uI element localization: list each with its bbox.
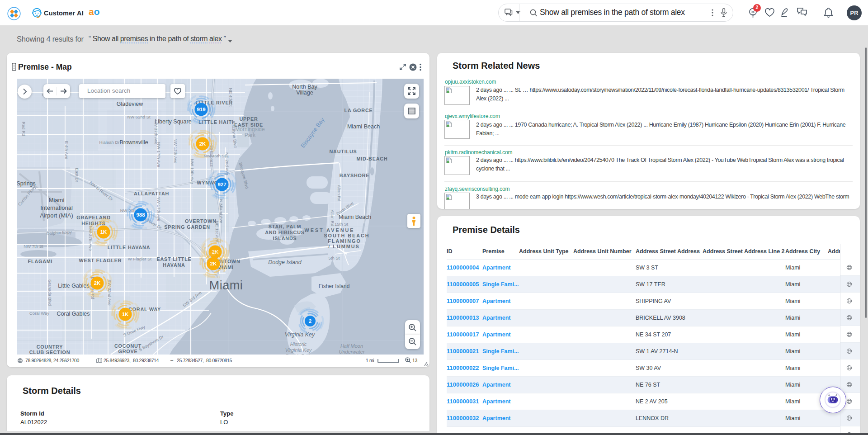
svg-text:NW 7th St: NW 7th St	[24, 244, 43, 249]
svg-text:E 4th Ave: E 4th Ave	[64, 141, 69, 160]
svg-text:HAVANA: HAVANA	[163, 262, 185, 268]
svg-text:Liberty Square: Liberty Square	[155, 118, 191, 125]
svg-text:Granada Blvd: Granada Blvd	[47, 279, 52, 306]
svg-text:Miami: Miami	[49, 197, 65, 203]
svg-text:2: 2	[309, 318, 311, 324]
svg-text:FLAGAMI: FLAGAMI	[28, 259, 53, 264]
svg-text:927: 927	[217, 182, 226, 187]
svg-text:Coral Way: Coral Way	[29, 311, 49, 316]
svg-text:Park: Park	[245, 132, 256, 138]
svg-text:Underwater: Underwater	[339, 349, 365, 355]
svg-text:AND HIBISCUS: AND HIBISCUS	[265, 230, 305, 235]
svg-text:Coral Gables: Coral Gables	[57, 311, 90, 317]
svg-text:SPRING GARDEN: SPRING GARDEN	[164, 224, 210, 230]
svg-text:OVERTOWN: OVERTOWN	[185, 218, 217, 224]
svg-text:W Flagler St: W Flagler St	[128, 256, 152, 261]
svg-text:Hialeah Dr: Hialeah Dr	[99, 140, 120, 145]
svg-text:LA GORCE: LA GORCE	[344, 108, 373, 113]
svg-text:MID-BEACH: MID-BEACH	[357, 156, 388, 161]
svg-text:Miami: Miami	[209, 279, 243, 292]
svg-text:ALLAPATTAH: ALLAPATTAH	[134, 191, 169, 196]
svg-text:Brownsville: Brownsville	[119, 139, 148, 146]
svg-text:EAST LITTLE: EAST LITTLE	[156, 256, 191, 262]
svg-text:NW 17th Ave: NW 17th Ave	[156, 142, 161, 167]
svg-text:GROVE: GROVE	[118, 349, 138, 354]
svg-text:Alton Rd: Alton Rd	[330, 210, 335, 226]
svg-text:Half Moon: Half Moon	[340, 343, 363, 349]
svg-text:988: 988	[136, 212, 145, 218]
svg-text:WEST AVENUE: WEST AVENUE	[305, 227, 355, 233]
svg-text:/ LUMMUS: / LUMMUS	[328, 244, 359, 249]
svg-text:N Miami Ave: N Miami Ave	[219, 199, 224, 223]
svg-text:NW 10th Ave: NW 10th Ave	[190, 159, 195, 184]
svg-text:NW 62nd St: NW 62nd St	[127, 114, 151, 119]
svg-text:919: 919	[197, 107, 205, 112]
svg-text:NE 4th Ct: NE 4th Ct	[228, 88, 233, 107]
svg-text:Historic: Historic	[290, 341, 307, 347]
svg-text:Village: Village	[296, 90, 313, 96]
svg-text:International: International	[40, 204, 73, 211]
svg-text:Miami Beach: Miami Beach	[347, 123, 380, 130]
svg-text:NW 37th Ave: NW 37th Ave	[154, 119, 159, 144]
svg-text:Airport (MIA): Airport (MIA)	[40, 212, 73, 219]
svg-text:2K: 2K	[210, 261, 217, 266]
svg-text:Virginia Key: Virginia Key	[285, 347, 312, 353]
svg-text:5th St: 5th St	[329, 255, 340, 260]
svg-text:Fisher Island: Fisher Island	[319, 283, 350, 289]
svg-text:Miami Beach: Miami Beach	[339, 214, 371, 220]
svg-text:15th St: 15th St	[335, 222, 348, 227]
svg-text:1K: 1K	[100, 229, 107, 235]
svg-text:NAUTILUS: NAUTILUS	[330, 149, 357, 154]
svg-text:Morningside: Morningside	[235, 126, 265, 132]
svg-text:Alton Rd: Alton Rd	[337, 185, 342, 201]
svg-text:North Bay: North Bay	[292, 84, 317, 90]
svg-text:COUNTRY: COUNTRY	[37, 344, 63, 350]
svg-text:Gladeview: Gladeview	[117, 101, 143, 107]
svg-text:NW 17th Ave: NW 17th Ave	[156, 196, 161, 221]
svg-text:East Dr: East Dr	[75, 168, 80, 182]
svg-text:STAR, PALM: STAR, PALM	[269, 224, 301, 229]
svg-text:NW 12th Ave: NW 12th Ave	[173, 138, 178, 163]
svg-text:UPPER: UPPER	[239, 116, 258, 122]
svg-text:Dodge Island: Dodge Island	[268, 259, 302, 265]
svg-text:2K: 2K	[94, 280, 101, 286]
svg-text:ISLANDS: ISLANDS	[273, 236, 297, 241]
svg-text:FLAMINGO: FLAMINGO	[328, 238, 361, 244]
svg-text:BAYSHORE: BAYSHORE	[340, 173, 370, 178]
svg-text:SOUTH BEACH: SOUTH BEACH	[324, 233, 369, 238]
svg-text:Red Rd: Red Rd	[21, 122, 26, 136]
svg-text:WEST FLAGLER: WEST FLAGLER	[79, 258, 122, 263]
svg-text:2K: 2K	[199, 141, 206, 147]
svg-text:1K: 1K	[122, 312, 129, 317]
